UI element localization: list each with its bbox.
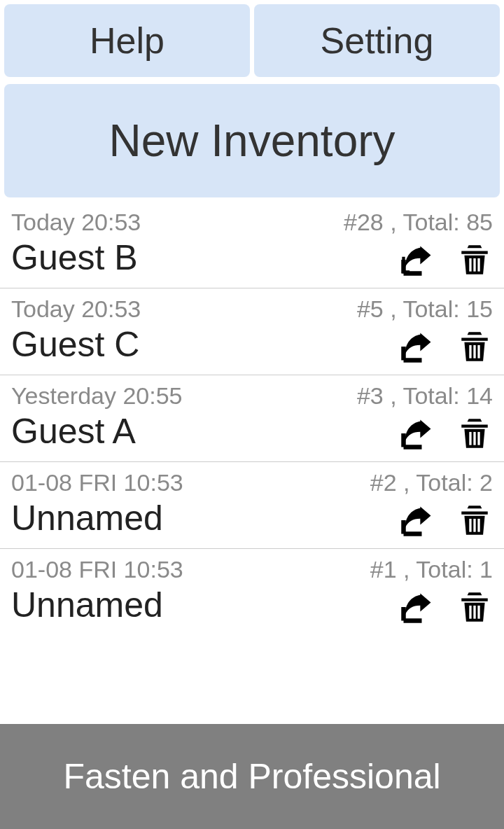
share-icon[interactable] (399, 415, 435, 452)
trash-icon[interactable] (456, 502, 493, 538)
help-button[interactable]: Help (4, 4, 250, 77)
svg-rect-4 (473, 345, 475, 358)
trash-icon[interactable] (456, 328, 493, 365)
item-name: Unnamed (11, 498, 163, 538)
new-inventory-button[interactable]: New Inventory (4, 84, 500, 197)
banner-text: Fasten and Professional (63, 756, 440, 797)
share-icon[interactable] (399, 242, 435, 278)
item-name: Guest A (11, 411, 136, 452)
list-item[interactable]: Today 20:53 #5 , Total: 15 Guest C (0, 288, 504, 375)
item-name: Unnamed (11, 585, 163, 625)
item-summary: #1 , Total: 1 (370, 556, 493, 583)
svg-rect-3 (469, 345, 471, 358)
list-item[interactable]: 01-08 FRI 10:53 #2 , Total: 2 Unnamed (0, 461, 504, 548)
list-item[interactable]: Today 20:53 #28 , Total: 85 Guest B (0, 202, 504, 288)
item-name: Guest B (11, 237, 138, 278)
svg-rect-1 (473, 258, 475, 272)
svg-rect-9 (469, 519, 471, 532)
item-summary: #2 , Total: 2 (370, 469, 493, 496)
item-datetime: Today 20:53 (11, 209, 141, 236)
item-datetime: Yesterday 20:55 (11, 382, 183, 410)
svg-rect-2 (477, 258, 479, 272)
svg-rect-11 (477, 519, 479, 532)
svg-rect-14 (477, 606, 479, 619)
list-item[interactable]: Yesterday 20:55 #3 , Total: 14 Guest A (0, 375, 504, 461)
share-icon[interactable] (399, 589, 435, 625)
inventory-list: Today 20:53 #28 , Total: 85 Guest B Toda… (0, 202, 504, 635)
svg-rect-12 (469, 606, 471, 619)
svg-rect-13 (473, 606, 475, 619)
svg-rect-6 (469, 432, 471, 445)
svg-rect-0 (469, 258, 471, 272)
item-datetime: 01-08 FRI 10:53 (11, 469, 183, 496)
item-datetime: Today 20:53 (11, 295, 141, 323)
share-icon[interactable] (399, 328, 435, 365)
svg-rect-5 (477, 345, 479, 358)
trash-icon[interactable] (456, 589, 493, 625)
item-summary: #5 , Total: 15 (357, 295, 493, 323)
trash-icon[interactable] (456, 415, 493, 452)
svg-rect-8 (477, 432, 479, 445)
svg-rect-10 (473, 519, 475, 532)
item-summary: #3 , Total: 14 (357, 382, 493, 410)
item-datetime: 01-08 FRI 10:53 (11, 556, 183, 583)
share-icon[interactable] (399, 502, 435, 538)
setting-button[interactable]: Setting (254, 4, 500, 77)
list-item[interactable]: 01-08 FRI 10:53 #1 , Total: 1 Unnamed (0, 548, 504, 635)
trash-icon[interactable] (456, 242, 493, 278)
item-name: Guest C (11, 324, 139, 365)
svg-rect-7 (473, 432, 475, 445)
bottom-banner[interactable]: Fasten and Professional (0, 724, 504, 829)
item-summary: #28 , Total: 85 (344, 209, 493, 236)
